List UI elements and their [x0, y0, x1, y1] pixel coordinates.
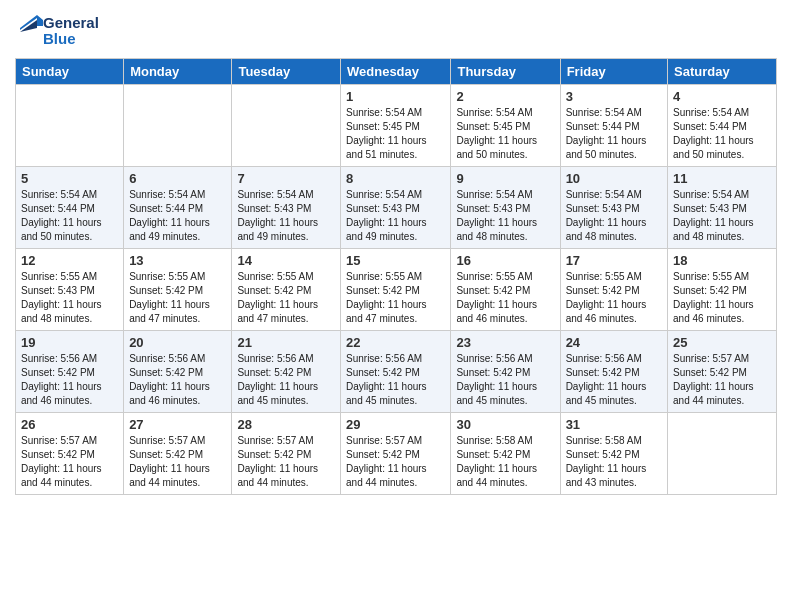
day-info: Sunrise: 5:54 AM Sunset: 5:43 PM Dayligh…: [237, 188, 335, 244]
day-info: Sunrise: 5:54 AM Sunset: 5:45 PM Dayligh…: [346, 106, 445, 162]
calendar-table: SundayMondayTuesdayWednesdayThursdayFrid…: [15, 58, 777, 495]
weekday-header-sunday: Sunday: [16, 59, 124, 85]
calendar-cell: 8Sunrise: 5:54 AM Sunset: 5:43 PM Daylig…: [341, 167, 451, 249]
day-number: 22: [346, 335, 445, 350]
day-info: Sunrise: 5:54 AM Sunset: 5:44 PM Dayligh…: [673, 106, 771, 162]
day-info: Sunrise: 5:57 AM Sunset: 5:42 PM Dayligh…: [129, 434, 226, 490]
calendar-cell: 10Sunrise: 5:54 AM Sunset: 5:43 PM Dayli…: [560, 167, 667, 249]
calendar-cell: 15Sunrise: 5:55 AM Sunset: 5:42 PM Dayli…: [341, 249, 451, 331]
day-info: Sunrise: 5:54 AM Sunset: 5:43 PM Dayligh…: [346, 188, 445, 244]
calendar-cell: 12Sunrise: 5:55 AM Sunset: 5:43 PM Dayli…: [16, 249, 124, 331]
day-info: Sunrise: 5:54 AM Sunset: 5:45 PM Dayligh…: [456, 106, 554, 162]
calendar-cell: 20Sunrise: 5:56 AM Sunset: 5:42 PM Dayli…: [124, 331, 232, 413]
calendar-cell: 24Sunrise: 5:56 AM Sunset: 5:42 PM Dayli…: [560, 331, 667, 413]
day-info: Sunrise: 5:56 AM Sunset: 5:42 PM Dayligh…: [566, 352, 662, 408]
day-info: Sunrise: 5:54 AM Sunset: 5:44 PM Dayligh…: [129, 188, 226, 244]
day-number: 1: [346, 89, 445, 104]
logo: GeneralBlue: [15, 10, 105, 50]
calendar-cell: 31Sunrise: 5:58 AM Sunset: 5:42 PM Dayli…: [560, 413, 667, 495]
calendar-cell: 17Sunrise: 5:55 AM Sunset: 5:42 PM Dayli…: [560, 249, 667, 331]
day-number: 10: [566, 171, 662, 186]
day-number: 30: [456, 417, 554, 432]
day-info: Sunrise: 5:54 AM Sunset: 5:43 PM Dayligh…: [566, 188, 662, 244]
day-info: Sunrise: 5:56 AM Sunset: 5:42 PM Dayligh…: [21, 352, 118, 408]
day-info: Sunrise: 5:55 AM Sunset: 5:43 PM Dayligh…: [21, 270, 118, 326]
day-info: Sunrise: 5:54 AM Sunset: 5:44 PM Dayligh…: [21, 188, 118, 244]
calendar-cell: 14Sunrise: 5:55 AM Sunset: 5:42 PM Dayli…: [232, 249, 341, 331]
calendar-cell: 18Sunrise: 5:55 AM Sunset: 5:42 PM Dayli…: [668, 249, 777, 331]
calendar-cell: 3Sunrise: 5:54 AM Sunset: 5:44 PM Daylig…: [560, 85, 667, 167]
day-number: 27: [129, 417, 226, 432]
day-number: 25: [673, 335, 771, 350]
day-number: 2: [456, 89, 554, 104]
page: GeneralBlue SundayMondayTuesdayWednesday…: [0, 0, 792, 505]
calendar-cell: 25Sunrise: 5:57 AM Sunset: 5:42 PM Dayli…: [668, 331, 777, 413]
day-number: 12: [21, 253, 118, 268]
calendar-cell: 19Sunrise: 5:56 AM Sunset: 5:42 PM Dayli…: [16, 331, 124, 413]
day-number: 31: [566, 417, 662, 432]
day-number: 4: [673, 89, 771, 104]
calendar-cell: 13Sunrise: 5:55 AM Sunset: 5:42 PM Dayli…: [124, 249, 232, 331]
calendar-cell: 23Sunrise: 5:56 AM Sunset: 5:42 PM Dayli…: [451, 331, 560, 413]
day-info: Sunrise: 5:56 AM Sunset: 5:42 PM Dayligh…: [346, 352, 445, 408]
day-info: Sunrise: 5:54 AM Sunset: 5:43 PM Dayligh…: [673, 188, 771, 244]
day-number: 7: [237, 171, 335, 186]
day-info: Sunrise: 5:56 AM Sunset: 5:42 PM Dayligh…: [456, 352, 554, 408]
calendar-week-3: 12Sunrise: 5:55 AM Sunset: 5:43 PM Dayli…: [16, 249, 777, 331]
day-number: 28: [237, 417, 335, 432]
day-number: 3: [566, 89, 662, 104]
day-number: 15: [346, 253, 445, 268]
day-info: Sunrise: 5:54 AM Sunset: 5:44 PM Dayligh…: [566, 106, 662, 162]
calendar-cell: [16, 85, 124, 167]
day-number: 6: [129, 171, 226, 186]
calendar-cell: 2Sunrise: 5:54 AM Sunset: 5:45 PM Daylig…: [451, 85, 560, 167]
calendar-cell: 11Sunrise: 5:54 AM Sunset: 5:43 PM Dayli…: [668, 167, 777, 249]
svg-text:General: General: [43, 14, 99, 31]
day-info: Sunrise: 5:58 AM Sunset: 5:42 PM Dayligh…: [456, 434, 554, 490]
calendar-week-1: 1Sunrise: 5:54 AM Sunset: 5:45 PM Daylig…: [16, 85, 777, 167]
day-info: Sunrise: 5:55 AM Sunset: 5:42 PM Dayligh…: [673, 270, 771, 326]
day-info: Sunrise: 5:56 AM Sunset: 5:42 PM Dayligh…: [237, 352, 335, 408]
calendar-week-5: 26Sunrise: 5:57 AM Sunset: 5:42 PM Dayli…: [16, 413, 777, 495]
day-info: Sunrise: 5:55 AM Sunset: 5:42 PM Dayligh…: [456, 270, 554, 326]
calendar-cell: 28Sunrise: 5:57 AM Sunset: 5:42 PM Dayli…: [232, 413, 341, 495]
calendar-cell: 1Sunrise: 5:54 AM Sunset: 5:45 PM Daylig…: [341, 85, 451, 167]
day-number: 9: [456, 171, 554, 186]
day-info: Sunrise: 5:57 AM Sunset: 5:42 PM Dayligh…: [21, 434, 118, 490]
calendar-cell: 16Sunrise: 5:55 AM Sunset: 5:42 PM Dayli…: [451, 249, 560, 331]
day-info: Sunrise: 5:55 AM Sunset: 5:42 PM Dayligh…: [237, 270, 335, 326]
weekday-header-row: SundayMondayTuesdayWednesdayThursdayFrid…: [16, 59, 777, 85]
calendar-cell: 29Sunrise: 5:57 AM Sunset: 5:42 PM Dayli…: [341, 413, 451, 495]
calendar-cell: 7Sunrise: 5:54 AM Sunset: 5:43 PM Daylig…: [232, 167, 341, 249]
calendar-cell: [232, 85, 341, 167]
day-number: 17: [566, 253, 662, 268]
day-info: Sunrise: 5:54 AM Sunset: 5:43 PM Dayligh…: [456, 188, 554, 244]
day-info: Sunrise: 5:55 AM Sunset: 5:42 PM Dayligh…: [129, 270, 226, 326]
day-number: 8: [346, 171, 445, 186]
day-number: 5: [21, 171, 118, 186]
calendar-cell: 22Sunrise: 5:56 AM Sunset: 5:42 PM Dayli…: [341, 331, 451, 413]
weekday-header-saturday: Saturday: [668, 59, 777, 85]
calendar-cell: 6Sunrise: 5:54 AM Sunset: 5:44 PM Daylig…: [124, 167, 232, 249]
day-number: 26: [21, 417, 118, 432]
day-info: Sunrise: 5:57 AM Sunset: 5:42 PM Dayligh…: [237, 434, 335, 490]
calendar-cell: 5Sunrise: 5:54 AM Sunset: 5:44 PM Daylig…: [16, 167, 124, 249]
calendar-cell: 9Sunrise: 5:54 AM Sunset: 5:43 PM Daylig…: [451, 167, 560, 249]
day-number: 29: [346, 417, 445, 432]
calendar-cell: [668, 413, 777, 495]
day-number: 11: [673, 171, 771, 186]
svg-text:Blue: Blue: [43, 30, 76, 47]
weekday-header-tuesday: Tuesday: [232, 59, 341, 85]
header: GeneralBlue: [15, 10, 777, 50]
day-number: 24: [566, 335, 662, 350]
day-number: 20: [129, 335, 226, 350]
day-info: Sunrise: 5:56 AM Sunset: 5:42 PM Dayligh…: [129, 352, 226, 408]
day-number: 21: [237, 335, 335, 350]
calendar-cell: [124, 85, 232, 167]
weekday-header-wednesday: Wednesday: [341, 59, 451, 85]
day-number: 23: [456, 335, 554, 350]
weekday-header-thursday: Thursday: [451, 59, 560, 85]
calendar-cell: 21Sunrise: 5:56 AM Sunset: 5:42 PM Dayli…: [232, 331, 341, 413]
day-info: Sunrise: 5:55 AM Sunset: 5:42 PM Dayligh…: [346, 270, 445, 326]
day-number: 18: [673, 253, 771, 268]
